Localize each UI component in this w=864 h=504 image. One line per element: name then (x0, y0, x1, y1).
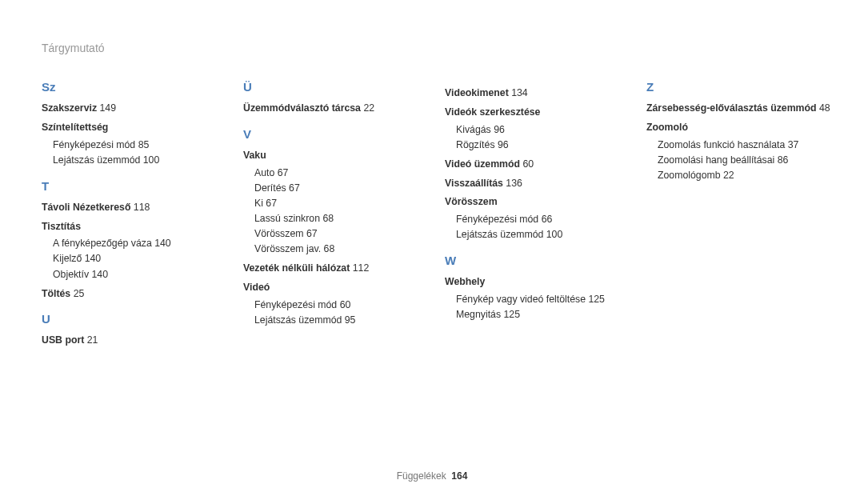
index-letter: T (42, 179, 229, 193)
index-entry-label: Videó (243, 282, 270, 293)
index-subentry-label: A fényképezőgép váza (53, 238, 152, 249)
index-subentry-page: 140 (154, 238, 171, 249)
index-subentry-page: 22 (723, 170, 734, 181)
page-footer: Függelékek 164 (0, 470, 864, 482)
index-entry[interactable]: Videokimenet 134 (445, 86, 632, 101)
index-entry-label: Szakszerviz (42, 102, 97, 114)
index-subentry-label: Vörösszem (254, 228, 304, 239)
index-subentry-page: 67 (306, 228, 318, 239)
index-subentry-label: Lejátszás üzemmód (456, 229, 543, 240)
index-subentry[interactable]: Lejátszás üzemmód 100 (445, 227, 632, 242)
index-subentry-page: 68 (322, 213, 334, 224)
index-subentry-label: Fénykép vagy videó feltöltése (456, 294, 586, 305)
index-entry-label: Videokimenet (445, 87, 509, 98)
index-entry-label: Távoli Nézetkereső (42, 202, 130, 213)
index-entry[interactable]: Töltés 25 (42, 287, 229, 302)
index-subentry-page: 67 (278, 167, 289, 178)
index-subentry-label: Zoomológomb (658, 170, 721, 181)
index-entry-label: Tisztítás (42, 221, 81, 232)
index-entry-page: 60 (523, 158, 534, 170)
index-entry[interactable]: Szakszerviz 149 (42, 102, 229, 116)
index-subentry-label: Lejátszás üzemmód (254, 314, 342, 326)
index-entry[interactable]: Videó (243, 281, 430, 295)
index-entry-label: Videók szerkesztése (445, 106, 540, 118)
index-entry[interactable]: Vörösszem (445, 195, 632, 210)
index-subentry-label: Kivágás (456, 124, 491, 135)
index-entry[interactable]: Webhely (445, 275, 632, 290)
index-letter: Sz (42, 80, 229, 94)
index-entry-page: 25 (74, 288, 85, 299)
index-subentry[interactable]: Lejátszás üzemmód 100 (42, 153, 229, 168)
index-subentry-page: 125 (588, 294, 605, 305)
index-entry-label: Zoomoló (646, 122, 688, 133)
index-entry-page: 22 (363, 102, 374, 114)
index-subentry[interactable]: Fénykép vagy videó feltöltése 125 (445, 292, 632, 307)
index-subentry[interactable]: Zoomolási hang beállításai 86 (646, 153, 834, 168)
index-subentry-page: 96 (494, 124, 505, 135)
index-entry[interactable]: Vaku (243, 149, 430, 163)
index-subentry-page: 66 (542, 214, 553, 225)
index-subentry[interactable]: Vörösszem 67 (243, 226, 430, 242)
index-subentry[interactable]: Derítés 67 (243, 181, 430, 196)
index-entry[interactable]: Tisztítás (42, 220, 229, 234)
index-subentry-page: 60 (340, 299, 351, 310)
index-letter: Ü (243, 80, 430, 94)
index-subentry-label: Fényképezési mód (456, 214, 538, 225)
index-subentry[interactable]: Auto 67 (243, 166, 430, 181)
index-subentry-page: 96 (498, 139, 509, 150)
index-subentry[interactable]: Fényképezési mód 66 (445, 212, 632, 227)
index-subentry[interactable]: Megnyitás 125 (445, 307, 632, 322)
index-entry-label: Színtelítettség (42, 122, 108, 133)
index-entry[interactable]: Zoomoló (646, 121, 834, 135)
index-entry-page: 136 (506, 178, 522, 189)
index-entry[interactable]: Zársebesség-előválasztás üzemmód 48 (646, 102, 834, 116)
index-subentry-label: Objektív (53, 269, 89, 280)
index-entry[interactable]: USB port 21 (42, 334, 229, 348)
index-subentry-page: 68 (324, 243, 335, 254)
index-subentry-page: 67 (266, 198, 277, 209)
index-subentry-label: Vörösszem jav. (254, 243, 321, 254)
index-letter: W (445, 254, 632, 267)
index-entry-label: Zársebesség-előválasztás üzemmód (646, 102, 817, 114)
index-subentry[interactable]: Fényképezési mód 60 (243, 298, 430, 313)
index-subentry[interactable]: Kivágás 96 (445, 122, 632, 138)
index-entry[interactable]: Vezeték nélküli hálózat 112 (243, 262, 430, 276)
index-subentry[interactable]: Fényképezési mód 85 (42, 138, 229, 153)
index-subentry[interactable]: Rögzítés 96 (445, 138, 632, 153)
index-subentry[interactable]: Ki 67 (243, 196, 430, 211)
index-entry[interactable]: Videó üzemmód 60 (445, 158, 632, 172)
index-entry[interactable]: Színtelítettség (42, 121, 229, 135)
index-subentry-page: 85 (138, 139, 150, 150)
index-entry-label: Videó üzemmód (445, 158, 520, 170)
index-subentry[interactable]: Vörösszem jav. 68 (243, 242, 430, 257)
index-subentry-page: 37 (788, 139, 799, 150)
index-subentry[interactable]: Lassú szinkron 68 (243, 211, 430, 226)
index-column: SzSzakszerviz 149SzíntelítettségFényképe… (42, 80, 243, 350)
index-subentry[interactable]: Zoomolás funkció használata 37 (646, 138, 834, 153)
index-subentry-page: 125 (503, 309, 520, 320)
index-entry-page: 134 (511, 87, 528, 98)
index-entry[interactable]: Visszaállítás 136 (445, 177, 632, 191)
index-entry-label: Üzemmódválasztó tárcsa (243, 102, 361, 114)
index-entry-page: 149 (99, 102, 116, 114)
index-entry-label: USB port (42, 334, 84, 346)
index-entry[interactable]: Távoli Nézetkereső 118 (42, 201, 229, 215)
index-column: Videokimenet 134Videók szerkesztéseKivág… (445, 80, 646, 350)
index-subentry[interactable]: A fényképezőgép váza 140 (42, 236, 229, 251)
index-subentry-label: Auto (254, 167, 274, 178)
index-entry[interactable]: Üzemmódválasztó tárcsa 22 (243, 102, 430, 116)
index-subentry[interactable]: Lejátszás üzemmód 95 (243, 313, 430, 328)
index-subentry-label: Ki (254, 198, 263, 209)
index-subentry-page: 86 (778, 154, 789, 166)
index-entry[interactable]: Videók szerkesztése (445, 106, 632, 120)
index-column: ÜÜzemmódválasztó tárcsa 22VVakuAuto 67De… (243, 80, 445, 350)
index-subentry[interactable]: Zoomológomb 22 (646, 168, 834, 183)
index-subentry-page: 67 (289, 182, 300, 194)
index-subentry-page: 95 (345, 314, 356, 326)
index-subentry[interactable]: Kijelző 140 (42, 251, 229, 266)
index-subentry[interactable]: Objektív 140 (42, 267, 229, 282)
index-subentry-page: 140 (92, 269, 109, 280)
index-columns: SzSzakszerviz 149SzíntelítettségFényképe… (42, 80, 848, 350)
index-letter: V (243, 127, 430, 141)
index-subentry-label: Rögzítés (456, 139, 495, 150)
